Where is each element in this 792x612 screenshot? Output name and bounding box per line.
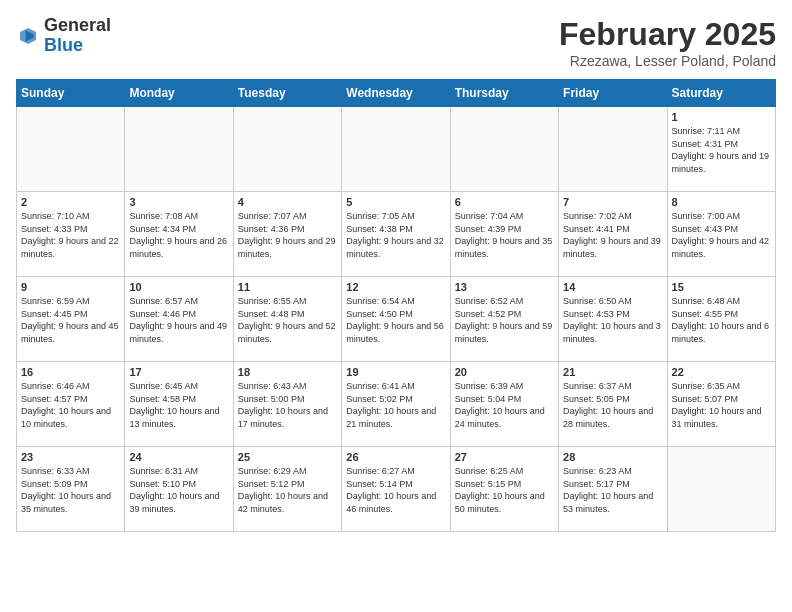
day-info: Sunrise: 6:31 AM Sunset: 5:10 PM Dayligh… xyxy=(129,465,228,515)
calendar-cell: 23Sunrise: 6:33 AM Sunset: 5:09 PM Dayli… xyxy=(17,447,125,532)
day-info: Sunrise: 6:46 AM Sunset: 4:57 PM Dayligh… xyxy=(21,380,120,430)
day-number: 25 xyxy=(238,451,337,463)
calendar-cell xyxy=(667,447,775,532)
calendar-title: February 2025 xyxy=(559,16,776,53)
day-number: 3 xyxy=(129,196,228,208)
calendar-cell xyxy=(342,107,450,192)
calendar-week-4: 23Sunrise: 6:33 AM Sunset: 5:09 PM Dayli… xyxy=(17,447,776,532)
day-info: Sunrise: 6:33 AM Sunset: 5:09 PM Dayligh… xyxy=(21,465,120,515)
calendar-subtitle: Rzezawa, Lesser Poland, Poland xyxy=(559,53,776,69)
calendar-cell: 8Sunrise: 7:00 AM Sunset: 4:43 PM Daylig… xyxy=(667,192,775,277)
day-info: Sunrise: 6:50 AM Sunset: 4:53 PM Dayligh… xyxy=(563,295,662,345)
day-number: 7 xyxy=(563,196,662,208)
weekday-header-tuesday: Tuesday xyxy=(233,80,341,107)
day-number: 5 xyxy=(346,196,445,208)
day-info: Sunrise: 6:27 AM Sunset: 5:14 PM Dayligh… xyxy=(346,465,445,515)
calendar-cell xyxy=(125,107,233,192)
day-number: 21 xyxy=(563,366,662,378)
calendar-cell: 1Sunrise: 7:11 AM Sunset: 4:31 PM Daylig… xyxy=(667,107,775,192)
day-number: 4 xyxy=(238,196,337,208)
day-number: 8 xyxy=(672,196,771,208)
day-info: Sunrise: 6:41 AM Sunset: 5:02 PM Dayligh… xyxy=(346,380,445,430)
day-number: 26 xyxy=(346,451,445,463)
weekday-row: SundayMondayTuesdayWednesdayThursdayFrid… xyxy=(17,80,776,107)
calendar-cell: 27Sunrise: 6:25 AM Sunset: 5:15 PM Dayli… xyxy=(450,447,558,532)
calendar-cell: 6Sunrise: 7:04 AM Sunset: 4:39 PM Daylig… xyxy=(450,192,558,277)
day-info: Sunrise: 6:23 AM Sunset: 5:17 PM Dayligh… xyxy=(563,465,662,515)
day-number: 13 xyxy=(455,281,554,293)
calendar-cell: 9Sunrise: 6:59 AM Sunset: 4:45 PM Daylig… xyxy=(17,277,125,362)
calendar-cell xyxy=(450,107,558,192)
day-number: 27 xyxy=(455,451,554,463)
day-info: Sunrise: 7:11 AM Sunset: 4:31 PM Dayligh… xyxy=(672,125,771,175)
weekday-header-monday: Monday xyxy=(125,80,233,107)
day-number: 1 xyxy=(672,111,771,123)
weekday-header-sunday: Sunday xyxy=(17,80,125,107)
calendar-body: 1Sunrise: 7:11 AM Sunset: 4:31 PM Daylig… xyxy=(17,107,776,532)
calendar-cell: 12Sunrise: 6:54 AM Sunset: 4:50 PM Dayli… xyxy=(342,277,450,362)
day-info: Sunrise: 6:52 AM Sunset: 4:52 PM Dayligh… xyxy=(455,295,554,345)
day-info: Sunrise: 6:48 AM Sunset: 4:55 PM Dayligh… xyxy=(672,295,771,345)
day-info: Sunrise: 7:07 AM Sunset: 4:36 PM Dayligh… xyxy=(238,210,337,260)
calendar-week-1: 2Sunrise: 7:10 AM Sunset: 4:33 PM Daylig… xyxy=(17,192,776,277)
day-info: Sunrise: 6:54 AM Sunset: 4:50 PM Dayligh… xyxy=(346,295,445,345)
calendar-cell xyxy=(233,107,341,192)
calendar-header: SundayMondayTuesdayWednesdayThursdayFrid… xyxy=(17,80,776,107)
day-info: Sunrise: 7:10 AM Sunset: 4:33 PM Dayligh… xyxy=(21,210,120,260)
calendar-cell xyxy=(17,107,125,192)
calendar-cell: 16Sunrise: 6:46 AM Sunset: 4:57 PM Dayli… xyxy=(17,362,125,447)
day-number: 20 xyxy=(455,366,554,378)
day-number: 23 xyxy=(21,451,120,463)
page-header: General Blue February 2025 Rzezawa, Less… xyxy=(16,16,776,69)
weekday-header-saturday: Saturday xyxy=(667,80,775,107)
day-number: 17 xyxy=(129,366,228,378)
calendar-cell: 19Sunrise: 6:41 AM Sunset: 5:02 PM Dayli… xyxy=(342,362,450,447)
calendar-cell xyxy=(559,107,667,192)
calendar-cell: 10Sunrise: 6:57 AM Sunset: 4:46 PM Dayli… xyxy=(125,277,233,362)
logo-blue: Blue xyxy=(44,35,83,55)
day-number: 15 xyxy=(672,281,771,293)
day-info: Sunrise: 7:02 AM Sunset: 4:41 PM Dayligh… xyxy=(563,210,662,260)
day-info: Sunrise: 7:00 AM Sunset: 4:43 PM Dayligh… xyxy=(672,210,771,260)
day-number: 22 xyxy=(672,366,771,378)
calendar-cell: 2Sunrise: 7:10 AM Sunset: 4:33 PM Daylig… xyxy=(17,192,125,277)
calendar-cell: 20Sunrise: 6:39 AM Sunset: 5:04 PM Dayli… xyxy=(450,362,558,447)
calendar-cell: 11Sunrise: 6:55 AM Sunset: 4:48 PM Dayli… xyxy=(233,277,341,362)
calendar-cell: 22Sunrise: 6:35 AM Sunset: 5:07 PM Dayli… xyxy=(667,362,775,447)
day-number: 2 xyxy=(21,196,120,208)
calendar-cell: 26Sunrise: 6:27 AM Sunset: 5:14 PM Dayli… xyxy=(342,447,450,532)
calendar-cell: 3Sunrise: 7:08 AM Sunset: 4:34 PM Daylig… xyxy=(125,192,233,277)
day-number: 24 xyxy=(129,451,228,463)
day-info: Sunrise: 6:55 AM Sunset: 4:48 PM Dayligh… xyxy=(238,295,337,345)
calendar-cell: 5Sunrise: 7:05 AM Sunset: 4:38 PM Daylig… xyxy=(342,192,450,277)
calendar-cell: 14Sunrise: 6:50 AM Sunset: 4:53 PM Dayli… xyxy=(559,277,667,362)
calendar-table: SundayMondayTuesdayWednesdayThursdayFrid… xyxy=(16,79,776,532)
day-info: Sunrise: 6:45 AM Sunset: 4:58 PM Dayligh… xyxy=(129,380,228,430)
day-number: 16 xyxy=(21,366,120,378)
day-number: 18 xyxy=(238,366,337,378)
logo-text: General Blue xyxy=(44,16,111,56)
day-info: Sunrise: 7:04 AM Sunset: 4:39 PM Dayligh… xyxy=(455,210,554,260)
logo-icon xyxy=(16,24,40,48)
calendar-week-2: 9Sunrise: 6:59 AM Sunset: 4:45 PM Daylig… xyxy=(17,277,776,362)
calendar-cell: 25Sunrise: 6:29 AM Sunset: 5:12 PM Dayli… xyxy=(233,447,341,532)
weekday-header-friday: Friday xyxy=(559,80,667,107)
day-number: 10 xyxy=(129,281,228,293)
day-info: Sunrise: 6:39 AM Sunset: 5:04 PM Dayligh… xyxy=(455,380,554,430)
day-number: 11 xyxy=(238,281,337,293)
day-info: Sunrise: 7:05 AM Sunset: 4:38 PM Dayligh… xyxy=(346,210,445,260)
day-info: Sunrise: 6:57 AM Sunset: 4:46 PM Dayligh… xyxy=(129,295,228,345)
day-info: Sunrise: 6:25 AM Sunset: 5:15 PM Dayligh… xyxy=(455,465,554,515)
calendar-cell: 24Sunrise: 6:31 AM Sunset: 5:10 PM Dayli… xyxy=(125,447,233,532)
logo-general: General xyxy=(44,15,111,35)
calendar-cell: 13Sunrise: 6:52 AM Sunset: 4:52 PM Dayli… xyxy=(450,277,558,362)
calendar-cell: 21Sunrise: 6:37 AM Sunset: 5:05 PM Dayli… xyxy=(559,362,667,447)
day-info: Sunrise: 6:59 AM Sunset: 4:45 PM Dayligh… xyxy=(21,295,120,345)
weekday-header-thursday: Thursday xyxy=(450,80,558,107)
logo: General Blue xyxy=(16,16,111,56)
calendar-cell: 17Sunrise: 6:45 AM Sunset: 4:58 PM Dayli… xyxy=(125,362,233,447)
calendar-cell: 7Sunrise: 7:02 AM Sunset: 4:41 PM Daylig… xyxy=(559,192,667,277)
calendar-cell: 4Sunrise: 7:07 AM Sunset: 4:36 PM Daylig… xyxy=(233,192,341,277)
day-number: 6 xyxy=(455,196,554,208)
day-number: 19 xyxy=(346,366,445,378)
